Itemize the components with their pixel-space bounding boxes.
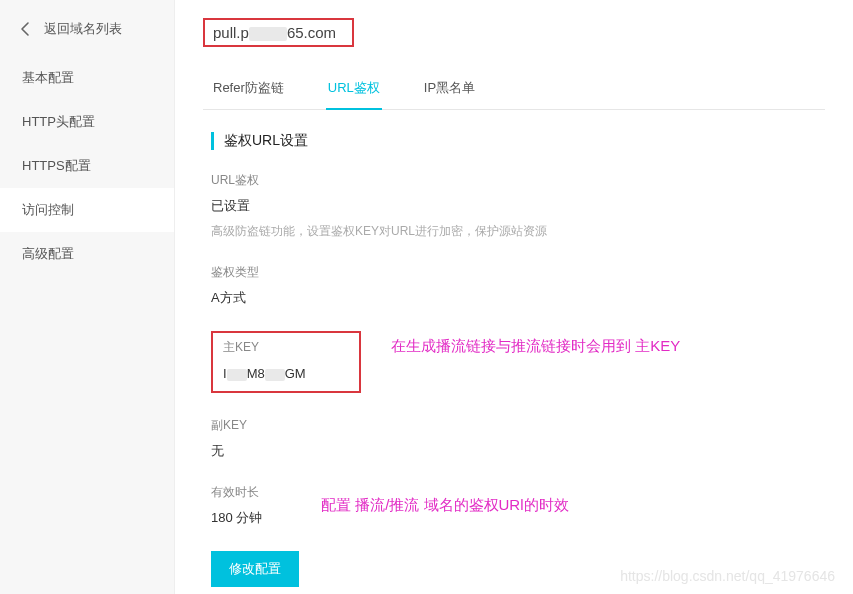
annotation-main-key: 在生成播流链接与推流链接时会用到 主KEY [391, 337, 680, 356]
auth-type-value: A方式 [211, 289, 817, 307]
sidebar-item-http-header[interactable]: HTTP头配置 [0, 100, 174, 144]
main-key-label: 主KEY [223, 339, 349, 356]
back-to-domain-list[interactable]: 返回域名列表 [0, 10, 174, 56]
sidebar-item-basic[interactable]: 基本配置 [0, 56, 174, 100]
watermark: https://blog.csdn.net/qq_41976646 [620, 568, 835, 584]
tab-refer[interactable]: Refer防盗链 [211, 69, 286, 109]
sidebar-item-access-control[interactable]: 访问控制 [0, 188, 174, 232]
main-content: pull.p65.com Refer防盗链 URL鉴权 IP黑名单 鉴权URL设… [175, 0, 853, 594]
url-auth-label: URL鉴权 [211, 172, 817, 189]
modify-config-button[interactable]: 修改配置 [211, 551, 299, 587]
redaction-smudge [249, 27, 287, 41]
sub-key-value: 无 [211, 442, 817, 460]
sidebar-item-https[interactable]: HTTPS配置 [0, 144, 174, 188]
back-label: 返回域名列表 [44, 20, 122, 38]
field-auth-type: 鉴权类型 A方式 [211, 264, 817, 307]
sub-key-label: 副KEY [211, 417, 817, 434]
tab-ip-blacklist[interactable]: IP黑名单 [422, 69, 477, 109]
sidebar: 返回域名列表 基本配置 HTTP头配置 HTTPS配置 访问控制 高级配置 [0, 0, 175, 594]
field-main-key: 主KEY IM8GM 在生成播流链接与推流链接时会用到 主KEY [211, 331, 817, 393]
sidebar-item-advanced[interactable]: 高级配置 [0, 232, 174, 276]
domain-mask-a: p [241, 24, 249, 41]
redaction-smudge [227, 369, 247, 381]
annotation-ttl: 配置 播流/推流 域名的鉴权URl的时效 [321, 496, 569, 515]
section-title: 鉴权URL设置 [211, 132, 817, 150]
field-url-auth: URL鉴权 已设置 高级防盗链功能，设置鉴权KEY对URL进行加密，保护源站资源 [211, 172, 817, 240]
main-key-value: IM8GM [223, 366, 349, 381]
field-ttl: 有效时长 180 分钟 配置 播流/推流 域名的鉴权URl的时效 [211, 484, 817, 527]
domain-prefix: pull. [213, 24, 241, 41]
redaction-smudge [265, 369, 285, 381]
main-key-box: 主KEY IM8GM [211, 331, 361, 393]
auth-url-section: 鉴权URL设置 URL鉴权 已设置 高级防盗链功能，设置鉴权KEY对URL进行加… [203, 110, 825, 594]
tab-url-auth[interactable]: URL鉴权 [326, 69, 382, 109]
url-auth-value: 已设置 [211, 197, 817, 215]
arrow-left-icon [18, 21, 34, 37]
domain-suffix: 65.com [287, 24, 336, 41]
domain-name-box: pull.p65.com [203, 18, 354, 47]
field-sub-key: 副KEY 无 [211, 417, 817, 460]
url-auth-desc: 高级防盗链功能，设置鉴权KEY对URL进行加密，保护源站资源 [211, 223, 817, 240]
tab-bar: Refer防盗链 URL鉴权 IP黑名单 [203, 69, 825, 110]
auth-type-label: 鉴权类型 [211, 264, 817, 281]
